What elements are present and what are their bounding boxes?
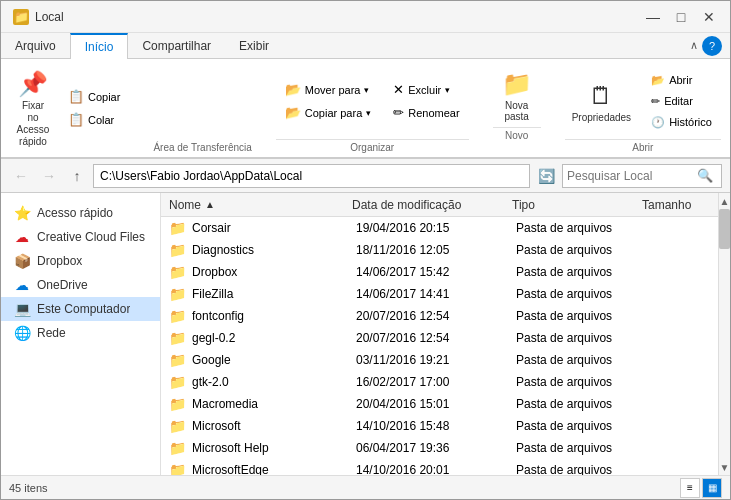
sidebar-item-onedrive[interactable]: ☁ OneDrive	[1, 273, 160, 297]
tab-inicio[interactable]: Início	[70, 33, 129, 59]
minimize-button[interactable]: —	[640, 4, 666, 30]
sidebar-item-acesso-rapido[interactable]: ⭐ Acesso rápido	[1, 201, 160, 225]
abrir-label: Abrir	[565, 139, 721, 153]
renomear-button[interactable]: ✏ Renomear	[384, 102, 468, 123]
table-row[interactable]: 📁 MicrosoftEdge 14/10/2016 20:01 Pasta d…	[161, 459, 718, 475]
maximize-button[interactable]: □	[668, 4, 694, 30]
ribbon-content: 📌 Fixar noAcesso rápido 📋 Copiar 📋 Colar	[1, 59, 730, 158]
sidebar-item-dropbox[interactable]: 📦 Dropbox	[1, 249, 160, 273]
delete-icon: ✕	[393, 82, 404, 97]
pin-icon: 📌	[17, 68, 49, 100]
copiar-button[interactable]: 📋 Copiar	[59, 86, 129, 107]
sidebar-item-creative-cloud[interactable]: ☁ Creative Cloud Files	[1, 225, 160, 249]
table-row[interactable]: 📁 Macromedia 20/04/2016 15:01 Pasta de a…	[161, 393, 718, 415]
organizar-group: 📂 Mover para ▾ 📂 Copiar para ▾ ✕	[276, 63, 469, 153]
star-icon: ⭐	[13, 205, 31, 221]
folder-icon: 📁	[169, 440, 186, 456]
scroll-up-button[interactable]: ▲	[719, 193, 730, 209]
folder-icon: 📁	[169, 242, 186, 258]
table-row[interactable]: 📁 gtk-2.0 16/02/2017 17:00 Pasta de arqu…	[161, 371, 718, 393]
col-header-date[interactable]: Data de modificação	[344, 198, 504, 212]
copy-paste-group: 📋 Copiar 📋 Colar	[59, 63, 129, 153]
abrir-button[interactable]: 📂 Abrir	[642, 71, 721, 90]
excluir-button[interactable]: ✕ Excluir ▾	[384, 79, 468, 100]
close-button[interactable]: ✕	[696, 4, 722, 30]
rename-icon: ✏	[393, 105, 404, 120]
tab-exibir[interactable]: Exibir	[225, 33, 283, 58]
clipboard-label: Área de Transferência	[153, 142, 251, 153]
table-row[interactable]: 📁 gegl-0.2 20/07/2016 12:54 Pasta de arq…	[161, 327, 718, 349]
title-bar: 📁 Local — □ ✕	[1, 1, 730, 33]
tab-arquivo[interactable]: Arquivo	[1, 33, 70, 58]
table-row[interactable]: 📁 Corsair 19/04/2016 20:15 Pasta de arqu…	[161, 217, 718, 239]
excluir-arrow-icon: ▾	[445, 85, 450, 95]
novo-group: 📁 Novapasta Novo	[493, 63, 541, 153]
details-view-button[interactable]: ▦	[702, 478, 722, 498]
col-header-type[interactable]: Tipo	[504, 198, 634, 212]
copy-to-icon: 📂	[285, 105, 301, 120]
table-row[interactable]: 📁 Microsoft 14/10/2016 15:48 Pasta de ar…	[161, 415, 718, 437]
tab-compartilhar[interactable]: Compartilhar	[128, 33, 225, 58]
table-row[interactable]: 📁 fontconfig 20/07/2016 12:54 Pasta de a…	[161, 305, 718, 327]
sidebar: ⭐ Acesso rápido ☁ Creative Cloud Files 📦…	[1, 193, 161, 475]
folder-icon: 📁	[169, 418, 186, 434]
file-list: Nome ▲ Data de modificação Tipo Tamanho …	[161, 193, 718, 475]
help-button[interactable]: ?	[702, 36, 722, 56]
new-folder-icon: 📁	[501, 68, 533, 100]
creative-cloud-icon: ☁	[13, 229, 31, 245]
mover-para-button[interactable]: 📂 Mover para ▾	[276, 79, 380, 100]
scroll-thumb[interactable]	[719, 209, 730, 249]
sidebar-item-este-computador[interactable]: 💻 Este Computador	[1, 297, 160, 321]
nova-pasta-button[interactable]: 📁 Novapasta	[493, 63, 541, 127]
folder-icon: 📁	[169, 396, 186, 412]
window-title: Local	[35, 10, 64, 24]
file-rows: 📁 Corsair 19/04/2016 20:15 Pasta de arqu…	[161, 217, 718, 475]
window-controls: — □ ✕	[640, 4, 722, 30]
col-header-size[interactable]: Tamanho	[634, 198, 714, 212]
scrollbar[interactable]: ▲ ▼	[718, 193, 730, 475]
abrir-group: 🗒 Propriedades 📂 Abrir ✏ Editar	[565, 63, 721, 153]
colar-button[interactable]: 📋 Colar	[59, 109, 129, 130]
folder-icon: 📁	[169, 330, 186, 346]
table-row[interactable]: 📁 FileZilla 14/06/2017 14:41 Pasta de ar…	[161, 283, 718, 305]
back-button[interactable]: ←	[9, 164, 33, 188]
folder-icon: 📁	[169, 264, 186, 280]
history-icon: 🕐	[651, 116, 665, 129]
col-header-name[interactable]: Nome ▲	[161, 198, 344, 212]
sidebar-item-rede[interactable]: 🌐 Rede	[1, 321, 160, 345]
table-row[interactable]: 📁 Microsoft Help 06/04/2017 19:36 Pasta …	[161, 437, 718, 459]
search-input[interactable]	[567, 169, 697, 183]
properties-icon: 🗒	[585, 80, 617, 112]
historico-button[interactable]: 🕐 Histórico	[642, 113, 721, 132]
file-list-header: Nome ▲ Data de modificação Tipo Tamanho	[161, 193, 718, 217]
move-icon: 📂	[285, 82, 301, 97]
status-bar: 45 itens ≡ ▦	[1, 475, 730, 499]
paste-icon: 📋	[68, 112, 84, 127]
copiar-para-button[interactable]: 📂 Copiar para ▾	[276, 102, 380, 123]
mover-arrow-icon: ▾	[364, 85, 369, 95]
fixar-acesso-rapido-button[interactable]: 📌 Fixar noAcesso rápido	[9, 63, 57, 153]
ribbon-tabs: Arquivo Início Compartilhar Exibir ∧ ?	[1, 33, 730, 59]
scroll-down-button[interactable]: ▼	[719, 459, 730, 475]
table-row[interactable]: 📁 Dropbox 14/06/2017 15:42 Pasta de arqu…	[161, 261, 718, 283]
refresh-button[interactable]: 🔄	[534, 164, 558, 188]
open-icon: 📂	[651, 74, 665, 87]
list-view-button[interactable]: ≡	[680, 478, 700, 498]
ribbon: Arquivo Início Compartilhar Exibir ∧ ? 📌…	[1, 33, 730, 159]
up-button[interactable]: ↑	[65, 164, 89, 188]
main-area: ⭐ Acesso rápido ☁ Creative Cloud Files 📦…	[1, 193, 730, 475]
table-row[interactable]: 📁 Google 03/11/2016 19:21 Pasta de arqui…	[161, 349, 718, 371]
network-icon: 🌐	[13, 325, 31, 341]
folder-icon: 📁	[169, 352, 186, 368]
novo-label: Novo	[493, 127, 541, 141]
forward-button[interactable]: →	[37, 164, 61, 188]
dropbox-icon: 📦	[13, 253, 31, 269]
propriedades-button[interactable]: 🗒 Propriedades	[565, 75, 638, 128]
clipboard-label-wrap: Área de Transferência	[153, 63, 251, 153]
table-row[interactable]: 📁 Diagnostics 18/11/2016 12:05 Pasta de …	[161, 239, 718, 261]
editar-button[interactable]: ✏ Editar	[642, 92, 721, 111]
folder-icon: 📁	[169, 220, 186, 236]
address-input[interactable]	[93, 164, 530, 188]
copiar-arrow-icon: ▾	[366, 108, 371, 118]
search-icon[interactable]: 🔍	[697, 168, 713, 183]
